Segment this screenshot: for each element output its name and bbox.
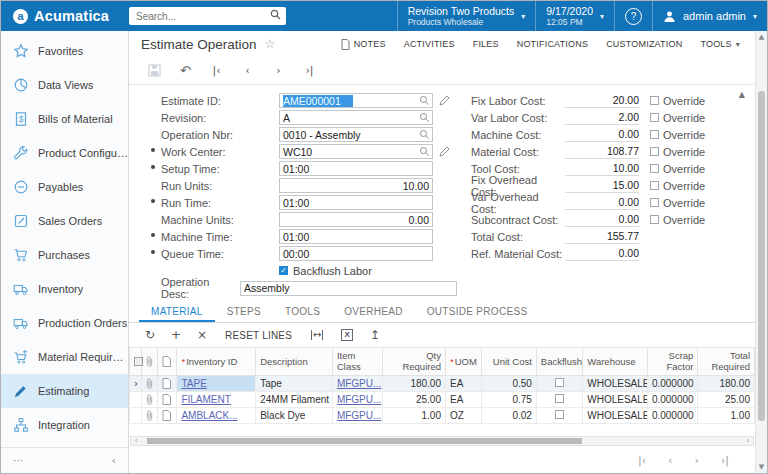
backflush-cell[interactable] bbox=[536, 375, 582, 391]
help-button[interactable]: ? bbox=[614, 1, 652, 31]
next-page-button[interactable]: › bbox=[694, 454, 698, 467]
previous-record-button[interactable]: ‹ bbox=[232, 64, 263, 77]
machine-time-input[interactable]: 01:00 bbox=[279, 229, 433, 244]
total-required-cell[interactable]: 25.00 bbox=[698, 391, 755, 407]
add-row-button[interactable]: + bbox=[163, 328, 189, 342]
warehouse-cell[interactable]: WHOLESALE bbox=[583, 375, 648, 391]
scrap-factor-cell[interactable]: 0.000000 bbox=[647, 391, 697, 407]
override-checkbox[interactable] bbox=[650, 181, 659, 190]
unit-cost-cell[interactable]: 0.75 bbox=[482, 391, 537, 407]
tab-outside-process[interactable]: OUTSIDE PROCESS bbox=[415, 301, 540, 322]
last-page-button[interactable]: ›| bbox=[721, 454, 729, 467]
total-required-cell[interactable]: 180.00 bbox=[698, 375, 755, 391]
first-record-button[interactable]: |‹ bbox=[201, 64, 232, 77]
sidebar-item-favorites[interactable]: Favorites bbox=[1, 34, 128, 68]
search-input[interactable] bbox=[129, 7, 286, 25]
inventory-id-cell[interactable]: AMBLACK... bbox=[177, 407, 256, 423]
tab-overhead[interactable]: OVERHEAD bbox=[332, 301, 415, 322]
horizontal-scrollbar[interactable]: ‹ › bbox=[130, 436, 754, 446]
lookup-icon[interactable] bbox=[419, 112, 430, 123]
backflush-cell[interactable] bbox=[536, 407, 582, 423]
col-header-inventory-id[interactable]: *Inventory ID bbox=[177, 348, 256, 376]
previous-page-button[interactable]: ‹ bbox=[668, 454, 672, 467]
sidebar-item-sales-orders[interactable]: Sales Orders bbox=[1, 204, 128, 238]
grid-row-tape[interactable]: › TAPE Tape MFGPU... 180.00 EA 0.50 WHOL… bbox=[130, 375, 755, 391]
first-page-button[interactable]: |‹ bbox=[638, 454, 646, 467]
more-items-button[interactable]: ··· bbox=[13, 454, 24, 467]
col-header-uom[interactable]: *UOM bbox=[445, 348, 481, 376]
files-button[interactable]: FILES bbox=[464, 39, 508, 49]
uom-cell[interactable]: OZ bbox=[445, 407, 481, 423]
sidebar-item-product-configurator[interactable]: Product Configurator bbox=[1, 136, 128, 170]
cost-value[interactable]: 0.00 bbox=[565, 213, 639, 227]
cost-value[interactable]: 108.77 bbox=[565, 145, 639, 159]
col-header-backflush[interactable]: Backflush bbox=[536, 348, 582, 376]
backflush-checkbox[interactable] bbox=[555, 378, 564, 387]
sidebar-item-production-orders[interactable]: Production Orders bbox=[1, 306, 128, 340]
backflush-cell[interactable] bbox=[536, 391, 582, 407]
override-checkbox[interactable] bbox=[650, 96, 659, 105]
note-icon[interactable] bbox=[158, 375, 177, 391]
sidebar-item-material-requirements[interactable]: Material Requirem... bbox=[1, 340, 128, 374]
inventory-id-cell[interactable]: FILAMENT bbox=[177, 391, 256, 407]
description-cell[interactable]: Tape bbox=[256, 375, 333, 391]
col-header-warehouse[interactable]: Warehouse bbox=[583, 348, 648, 376]
cost-value[interactable]: 20.00 bbox=[565, 94, 639, 108]
estimate-id-input[interactable]: AME000001 bbox=[279, 93, 433, 108]
operation-nbr-input[interactable]: 0010 - Assembly bbox=[279, 127, 433, 142]
attachment-icon[interactable] bbox=[142, 375, 158, 391]
scroll-left-icon[interactable]: ‹ bbox=[131, 437, 141, 445]
tools-button[interactable]: TOOLS▾ bbox=[691, 39, 749, 49]
activities-button[interactable]: ACTIVITIES bbox=[395, 39, 464, 49]
override-checkbox[interactable] bbox=[650, 164, 659, 173]
next-record-button[interactable]: › bbox=[263, 64, 294, 77]
sidebar-item-bills-of-material[interactable]: $ Bills of Material bbox=[1, 102, 128, 136]
grid-settings-icon[interactable] bbox=[130, 348, 142, 376]
lookup-icon[interactable] bbox=[419, 146, 430, 157]
sidebar-item-inventory[interactable]: Inventory bbox=[1, 272, 128, 306]
col-header-description[interactable]: Description bbox=[256, 348, 333, 376]
lookup-icon[interactable] bbox=[419, 95, 430, 106]
tab-material[interactable]: MATERIAL bbox=[139, 301, 215, 322]
search-icon[interactable] bbox=[270, 9, 281, 20]
inventory-id-cell[interactable]: TAPE bbox=[177, 375, 256, 391]
export-to-excel-icon[interactable]: X bbox=[341, 329, 352, 341]
backflush-labor-checkbox[interactable]: ✓ bbox=[279, 266, 288, 275]
sidebar-item-purchases[interactable]: Purchases bbox=[1, 238, 128, 272]
description-cell[interactable]: 24MM Filament bbox=[256, 391, 333, 407]
sidebar-item-integration[interactable]: Integration bbox=[1, 408, 128, 442]
sidebar-item-payables[interactable]: Payables bbox=[1, 170, 128, 204]
lookup-icon[interactable] bbox=[419, 129, 430, 140]
scroll-down-icon[interactable]: ▼ bbox=[756, 463, 767, 471]
grid-row-filament[interactable]: FILAMENT 24MM Filament MFGPU... 25.00 EA… bbox=[130, 391, 755, 407]
user-menu[interactable]: admin admin ▾ bbox=[652, 1, 767, 31]
favorite-star-icon[interactable]: ☆ bbox=[265, 37, 276, 51]
sidebar-item-data-views[interactable]: Data Views bbox=[1, 68, 128, 102]
warehouse-cell[interactable]: WHOLESALE bbox=[583, 407, 648, 423]
scrap-factor-cell[interactable]: 0.000000 bbox=[647, 407, 697, 423]
col-header-item-class[interactable]: Item Class bbox=[332, 348, 382, 376]
backflush-checkbox[interactable] bbox=[555, 394, 564, 403]
collapse-sidebar-button[interactable]: ‹ bbox=[112, 454, 116, 467]
uom-cell[interactable]: EA bbox=[445, 391, 481, 407]
queue-time-input[interactable]: 00:00 bbox=[279, 246, 433, 261]
cost-value[interactable]: 0.00 bbox=[565, 196, 639, 210]
tab-steps[interactable]: STEPS bbox=[215, 301, 273, 322]
run-units-input[interactable]: 10.00 bbox=[279, 178, 433, 193]
tenant-selector[interactable]: Revision Two Products Products Wholesale… bbox=[397, 1, 536, 31]
tab-tools[interactable]: TOOLS bbox=[273, 301, 332, 322]
work-center-input[interactable]: WC10 bbox=[279, 144, 433, 159]
fit-to-screen-icon[interactable]: ↔ bbox=[311, 330, 323, 340]
reset-lines-button[interactable]: RESET LINES bbox=[215, 330, 302, 341]
attachment-icon[interactable] bbox=[142, 391, 158, 407]
note-icon[interactable] bbox=[158, 391, 177, 407]
cost-value[interactable]: 0.00 bbox=[565, 128, 639, 142]
col-header-total-required[interactable]: Total Required bbox=[698, 348, 755, 376]
override-checkbox[interactable] bbox=[650, 147, 659, 156]
backflush-checkbox[interactable] bbox=[555, 410, 564, 419]
notifications-button[interactable]: NOTIFICATIONS bbox=[508, 39, 597, 49]
load-records-icon[interactable]: ↥ bbox=[362, 328, 388, 342]
datetime-selector[interactable]: 9/17/2020 12:05 PM ▾ bbox=[535, 1, 614, 31]
item-class-cell[interactable]: MFGPU... bbox=[332, 391, 382, 407]
machine-units-input[interactable]: 0.00 bbox=[279, 212, 433, 227]
